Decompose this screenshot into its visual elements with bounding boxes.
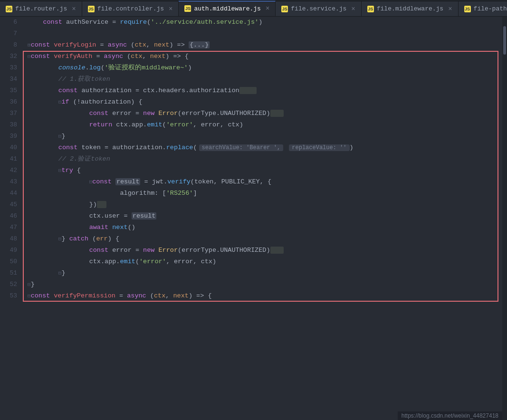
line-num: 39	[0, 131, 17, 142]
js-icon: JS	[367, 6, 374, 12]
code-line-6: const authService = require('../service/…	[28, 17, 502, 28]
line-num: 49	[0, 245, 17, 256]
code-line-36: if (!authorization) {	[28, 96, 502, 108]
line-num: 37	[0, 108, 17, 119]
scrollbar[interactable]	[502, 17, 507, 420]
line-num: 48	[0, 233, 17, 245]
fold-icon-32[interactable]	[28, 54, 31, 59]
fold-icon-53[interactable]	[28, 293, 31, 299]
code-line-46: ctx.user = result	[28, 210, 502, 222]
tab-label: file.service.js	[291, 5, 346, 12]
code-line-33: console.log('验证授权的middleware~')	[28, 62, 502, 74]
tab-close-icon[interactable]: ×	[72, 5, 76, 13]
js-icon: JS	[281, 6, 288, 12]
line-num	[0, 302, 17, 313]
line-num: 34	[0, 74, 17, 85]
line-num: 46	[0, 210, 17, 222]
tab-label: file.middleware.js	[377, 5, 443, 12]
line-num: 41	[0, 153, 17, 165]
code-line-34: // 1.获取token	[28, 74, 502, 85]
code-line-47: await next()	[28, 222, 502, 233]
js-icon: JS	[6, 6, 12, 12]
line-num: 52	[0, 279, 17, 290]
line-num: 7	[0, 28, 17, 39]
code-line-48: } catch (err) {	[28, 233, 502, 245]
code-line-45: })	[28, 199, 502, 210]
tab-close-icon[interactable]: ×	[169, 5, 172, 13]
tab-label: file-path.js	[474, 5, 507, 12]
code-line-38: return ctx.app.emit('error', error, ctx)	[28, 119, 502, 131]
fold-icon-8[interactable]	[28, 42, 31, 48]
tab-file-service[interactable]: JS file.service.js ×	[276, 1, 361, 16]
tab-label: file.router.js	[15, 5, 67, 12]
line-num: 51	[0, 267, 17, 279]
code-line-32: const verifyAuth = async (ctx, next) => …	[28, 51, 502, 62]
line-num: 53	[0, 290, 17, 302]
code-line-39: }	[28, 131, 502, 142]
js-icon: JS	[464, 6, 471, 12]
status-url: https://blog.csdn.net/weixin_44827418	[402, 412, 498, 419]
js-icon: JS	[88, 6, 95, 12]
status-bar: https://blog.csdn.net/weixin_44827418	[398, 411, 502, 420]
line-num: 40	[0, 142, 17, 153]
line-num: 50	[0, 256, 17, 267]
js-icon: JS	[184, 5, 191, 12]
code-line-49: const error = new Error(errorType.UNAUTH…	[28, 245, 502, 256]
line-num: 32	[0, 51, 17, 62]
code-line-50: ctx.app.emit('error', error, ctx)	[28, 256, 502, 267]
code-line-43: const result = jwt.verify(token, PUBLIC_…	[28, 176, 502, 188]
tab-file-controller[interactable]: JS file.controller.js ×	[82, 1, 179, 16]
line-num: 44	[0, 188, 17, 199]
tab-file-middleware[interactable]: JS file.middleware.js ×	[362, 1, 459, 16]
line-num: 35	[0, 85, 17, 96]
code-line-44: algorithm: ['RS256']	[28, 188, 502, 199]
code-area: 6 7 8 32 33 34 35 36 37 38 39 40 41 42 4…	[0, 17, 507, 420]
code-line-7	[28, 28, 502, 39]
tab-auth-middleware[interactable]: JS auth.middleware.js ×	[179, 1, 276, 16]
scrollbar-thumb[interactable]	[503, 26, 506, 55]
line-num: 47	[0, 222, 17, 233]
code-line-51: }	[28, 267, 502, 279]
line-numbers: 6 7 8 32 33 34 35 36 37 38 39 40 41 42 4…	[0, 17, 23, 420]
line-num: 43	[0, 176, 17, 188]
line-num: 8	[0, 39, 17, 51]
tab-bar: JS file.router.js × JS file.controller.j…	[0, 0, 507, 17]
tab-label: file.controller.js	[97, 5, 164, 12]
line-num: 42	[0, 165, 17, 176]
tab-close-icon[interactable]: ×	[351, 5, 355, 13]
code-line-40: const token = authorization.replace(sear…	[28, 142, 502, 153]
tab-close-icon[interactable]: ×	[448, 5, 452, 13]
code-line-37: const error = new Error(errorType.UNAUTH…	[28, 108, 502, 119]
line-num: 38	[0, 119, 17, 131]
line-num: 45	[0, 199, 17, 210]
tab-file-router[interactable]: JS file.router.js ×	[0, 1, 82, 16]
code-line-8: const verifyLogin = async (ctx, next) =>…	[28, 39, 502, 51]
tab-file-path[interactable]: JS file-path.js ×	[459, 1, 507, 16]
fold-icon-52[interactable]	[28, 282, 31, 287]
tab-label: auth.middleware.js	[194, 5, 260, 12]
code-line-53: const verifyPermission = async (ctx, nex…	[28, 290, 502, 302]
code-content: const authService = require('../service/…	[23, 17, 502, 420]
line-num: 6	[0, 17, 17, 28]
code-line-42: try {	[28, 165, 502, 176]
code-line-52: }	[28, 279, 502, 290]
tab-close-icon[interactable]: ×	[266, 5, 269, 12]
line-num: 33	[0, 62, 17, 74]
code-line-41: // 2.验证token	[28, 153, 502, 165]
code-line-35: const authorization = ctx.headers.author…	[28, 85, 502, 96]
line-num: 36	[0, 96, 17, 108]
